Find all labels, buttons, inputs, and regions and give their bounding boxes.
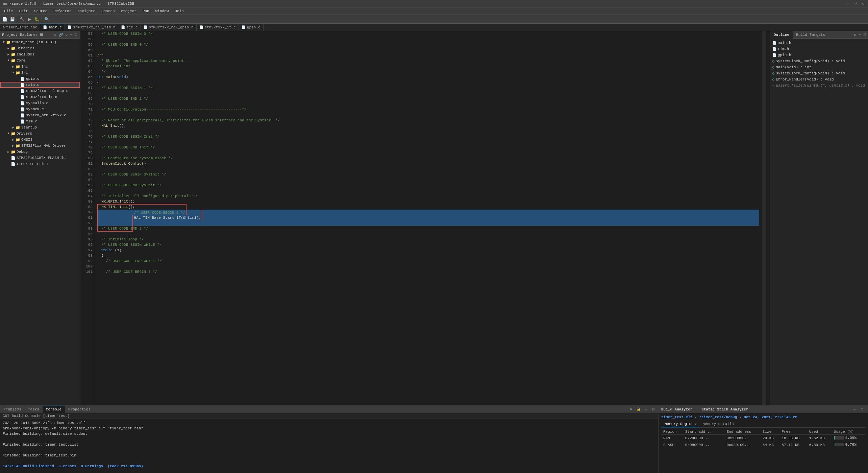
code-line-59: /* USER CODE END 0 */ bbox=[97, 42, 759, 47]
minimize-btn[interactable]: ─ bbox=[845, 1, 850, 6]
ba-minimize-btn[interactable]: ─ bbox=[851, 406, 858, 413]
outline-maximize-btn[interactable]: □ bbox=[863, 32, 867, 37]
menu-edit[interactable]: Edit bbox=[16, 8, 30, 14]
code-text: ) bbox=[126, 74, 128, 80]
tree-item-startup[interactable]: ▶ 📁 Startup bbox=[0, 124, 80, 131]
tab-outline[interactable]: Outline bbox=[770, 31, 793, 39]
tree-item-debug[interactable]: ▶ 📁 Debug bbox=[0, 149, 80, 155]
tab-stm32f1xx-hal-tim-h[interactable]: 📄 stm32f1xx_hal_tim.h bbox=[65, 24, 118, 31]
code-line-69: /* USER CODE END 1 */ bbox=[97, 96, 759, 101]
tree-item-inc[interactable]: ▶ 📁 Inc bbox=[0, 64, 80, 70]
code-line-83: /* USER CODE BEGIN SysInit */ bbox=[97, 172, 759, 177]
menu-navigate[interactable]: Navigate bbox=[75, 8, 98, 14]
collapse-all-btn[interactable]: ⊟ bbox=[53, 32, 57, 37]
clear-console-btn[interactable]: ✕ bbox=[628, 406, 635, 413]
tree-item-src[interactable]: ▼ 📁 Src bbox=[0, 70, 80, 76]
console-line-5: Finished building: timer_test.list bbox=[3, 442, 655, 447]
editor-scrollbar[interactable] bbox=[766, 31, 770, 405]
console-line-4 bbox=[3, 436, 655, 442]
minimize-console-btn[interactable]: ─ bbox=[643, 406, 649, 413]
tab-timer-test-ioc[interactable]: ⚙ timer_test.ioc bbox=[0, 24, 40, 31]
tree-item-system-c[interactable]: 📄 system_stm32f1xx.c bbox=[0, 112, 80, 118]
scroll-lock-btn[interactable]: 🔒 bbox=[635, 406, 642, 413]
console-text: arm-none-eabi-objcopy -O binary timer_te… bbox=[3, 426, 143, 431]
code-content[interactable]: /* USER CODE BEGIN 0 */ /* USER CODE END… bbox=[94, 31, 762, 405]
folder-icon: 📁 bbox=[16, 144, 20, 148]
menu-project[interactable]: Project bbox=[118, 8, 139, 14]
console-content[interactable]: 7032 20 1644 8696 21f8 timer_test.elf ar… bbox=[0, 419, 658, 473]
debug-btn[interactable]: 🐛 bbox=[33, 16, 40, 23]
tab-tim-c[interactable]: 📄 tim.c bbox=[118, 24, 141, 31]
line-87: 87 bbox=[82, 193, 93, 199]
tree-item-hal-msp[interactable]: 📄 stm32f1xx_hal_msp.c bbox=[0, 88, 80, 94]
tree-item-tim-c[interactable]: 📄 tim.c bbox=[0, 118, 80, 124]
menu-help[interactable]: Help bbox=[172, 8, 186, 14]
code-line-78: /* USER CODE END Init */ bbox=[97, 145, 759, 150]
ba-tab-memory-regions[interactable]: Memory Regions bbox=[661, 421, 699, 427]
tree-item-syscalls[interactable]: 📄 syscalls.c bbox=[0, 100, 80, 106]
menu-refactor[interactable]: Refactor bbox=[51, 8, 74, 14]
table-row-flash: FLASH 0x080000... 0x080100... 64 KB 57.1… bbox=[661, 442, 865, 448]
minimize-panel-btn[interactable]: ─ bbox=[69, 32, 73, 37]
tab-label: main.c bbox=[48, 25, 62, 29]
tree-item-main-c[interactable]: 📄 main.c bbox=[0, 82, 80, 88]
tab-gpio-c[interactable]: 📄 gpio.c bbox=[239, 24, 264, 31]
menu-search[interactable]: Search bbox=[99, 8, 118, 14]
outline-item-assert-failed[interactable]: ◁ assert_failed(uint8_t*, uint32_t) : vo… bbox=[770, 82, 868, 89]
tree-item-ioc[interactable]: 📄 timer_test.ioc bbox=[0, 161, 80, 167]
tree-item-hal-driver[interactable]: ▶ 📁 STM32F1xx_HAL_Driver bbox=[0, 143, 80, 149]
build-btn[interactable]: 🔨 bbox=[19, 16, 25, 23]
link-editor-btn[interactable]: 🔗 bbox=[58, 32, 64, 37]
tab-main-c[interactable]: 📄 main.c bbox=[40, 24, 65, 31]
outline-item-error-handler[interactable]: ◯ Error_Handler(void) : void bbox=[770, 76, 868, 82]
tab-build-targets[interactable]: Build Targets bbox=[793, 31, 828, 39]
outline-item-sysclock-config2[interactable]: ◯ SystemClock_Config(void) : void bbox=[770, 70, 868, 76]
tree-item-sysmem[interactable]: 📄 sysmem.c bbox=[0, 106, 80, 112]
search-icon[interactable]: 🔍 bbox=[43, 16, 50, 23]
outline-collapse-btn[interactable]: ⊟ bbox=[853, 32, 857, 37]
menu-source[interactable]: Source bbox=[31, 8, 50, 14]
new-file-btn[interactable]: 📄 bbox=[1, 16, 8, 23]
code-text: main bbox=[106, 74, 115, 80]
tab-stm32f1xx-it-c[interactable]: 📄 stm32f1xx_it.c bbox=[197, 24, 239, 31]
menu-file[interactable]: File bbox=[1, 8, 16, 14]
tree-item-binaries[interactable]: ▶ 📁 Binaries bbox=[0, 45, 80, 51]
save-btn[interactable]: 💾 bbox=[9, 16, 16, 23]
tree-item-gpio-c[interactable]: 📄 gpio.c bbox=[0, 76, 80, 82]
menu-window[interactable]: Window bbox=[153, 8, 172, 14]
tab-tasks[interactable]: Tasks bbox=[25, 406, 43, 413]
tab-properties[interactable]: Properties bbox=[65, 406, 94, 413]
ba-tab-memory-details[interactable]: Memory Details bbox=[699, 421, 737, 427]
run-btn[interactable]: ▶ bbox=[26, 16, 33, 23]
outline-item-tim-h[interactable]: 📄 tim.h bbox=[770, 46, 868, 52]
tree-item-core[interactable]: ▼ 📁 Core bbox=[0, 57, 80, 64]
bottom-panel: Problems Tasks Console Properties ✕ 🔒 ─ … bbox=[0, 405, 868, 473]
outline-item-main[interactable]: ◯ main(void) : int bbox=[770, 64, 868, 70]
outline-item-gpio-h[interactable]: 📄 gpio.h bbox=[770, 52, 868, 58]
close-btn[interactable]: ✕ bbox=[860, 1, 865, 6]
line-67: 67 bbox=[82, 85, 93, 91]
tree-item-cmsis[interactable]: ▶ 📁 CMSIS bbox=[0, 137, 80, 143]
maximize-panel-btn[interactable]: □ bbox=[74, 32, 78, 37]
tree-item-flash-ld[interactable]: 📄 STM32F103C8TX_FLASH.ld bbox=[0, 155, 80, 161]
tab-stm32f1xx-hal-gpio-h[interactable]: 📄 stm32f1xx_hal_gpio.h bbox=[141, 24, 197, 31]
maximize-btn[interactable]: □ bbox=[853, 1, 858, 6]
maximize-console-btn[interactable]: □ bbox=[650, 406, 657, 413]
view-menu-btn[interactable]: ▽ bbox=[65, 32, 69, 37]
tree-item-includes[interactable]: ▶ 📁 Includes bbox=[0, 51, 80, 57]
tree-item-label: main.c bbox=[26, 83, 40, 87]
tree-item-label: Binaries bbox=[17, 46, 34, 50]
outline-item-main-h[interactable]: 📄 main.h bbox=[770, 40, 868, 46]
outline-item-sysclock-config[interactable]: ◯ SystemClock_Config(void) : void bbox=[770, 58, 868, 64]
outline-minimize-btn[interactable]: ─ bbox=[858, 32, 862, 37]
tab-bar: ⚙ timer_test.ioc 📄 main.c 📄 stm32f1xx_ha… bbox=[0, 24, 868, 31]
tab-problems[interactable]: Problems bbox=[0, 406, 25, 413]
outline-label: assert_failed(uint8_t*, uint32_t) : void bbox=[776, 84, 865, 88]
tree-item-drivers[interactable]: ▼ 📁 Drivers bbox=[0, 131, 80, 137]
tab-console[interactable]: Console bbox=[43, 406, 65, 413]
tree-item-timer-test[interactable]: ▼ 📁 timer_test (in TEST) bbox=[0, 39, 80, 45]
tree-item-it-c[interactable]: 📄 stm32f1xx_it.c bbox=[0, 94, 80, 100]
menu-run[interactable]: Run bbox=[140, 8, 152, 14]
code-text bbox=[97, 264, 99, 269]
ba-maximize-btn[interactable]: □ bbox=[859, 406, 865, 413]
